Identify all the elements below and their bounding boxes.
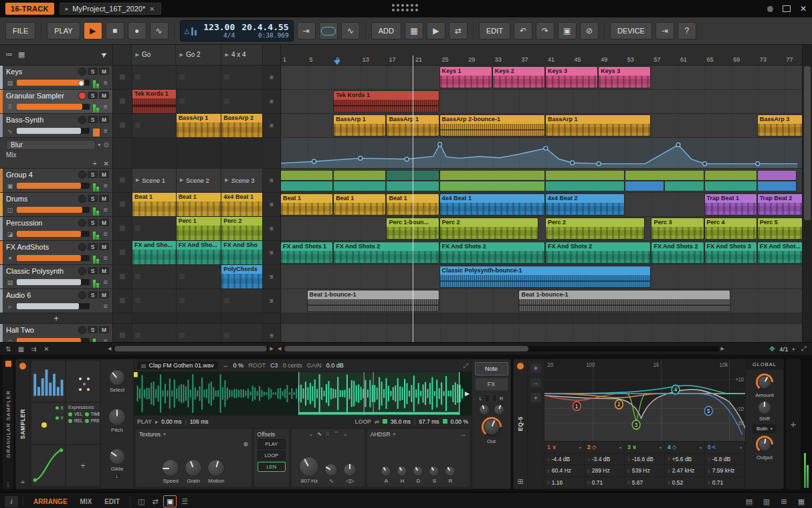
launcher-scrollbar[interactable]: ◀ ▶ <box>108 346 274 351</box>
inspector-panel-icon[interactable]: ▥ <box>760 496 773 507</box>
empty-slot-button[interactable] <box>135 226 140 231</box>
record-button[interactable]: ● <box>128 22 146 39</box>
eq-band-handle[interactable]: 2 <box>615 400 623 408</box>
arranger-clip[interactable]: Keys 2 <box>493 67 544 88</box>
launcher-scroll-thumb[interactable] <box>114 346 266 351</box>
group-mini-clip[interactable] <box>440 181 544 191</box>
edit-menu-button[interactable]: EDIT <box>479 22 510 39</box>
scene-header-3[interactable]: ▶4 x 4 <box>221 45 263 65</box>
clip-slot[interactable]: Perc 1 <box>177 217 222 240</box>
arranger-clip[interactable]: FX And Shots 2 <box>334 242 438 263</box>
volume-slider[interactable] <box>17 231 90 237</box>
clip-stop-button[interactable] <box>120 201 125 207</box>
eq-frequency-graph[interactable]: 12345201001k10k+10-10-20 <box>544 359 745 441</box>
speed-knob-dial[interactable] <box>162 459 179 477</box>
sample-waveform[interactable]: ▶ <box>134 372 472 415</box>
note-fx-slot[interactable]: Note <box>475 362 508 375</box>
envelope-route-icon[interactable]: → <box>460 431 466 438</box>
clip-stop-button[interactable] <box>120 274 125 279</box>
empty-slot-button[interactable] <box>224 98 229 104</box>
browser-panel-icon[interactable]: ▤ <box>743 496 755 507</box>
filter-spread-knob[interactable]: ◁▷ <box>343 463 357 484</box>
empty-slot-button[interactable] <box>135 298 140 303</box>
tempo-display[interactable]: 123.00 <box>203 23 235 32</box>
restore-window-icon[interactable] <box>783 5 791 12</box>
arranger-clip[interactable]: FX And Shots 3 <box>705 242 756 263</box>
stop-button[interactable]: ■ <box>106 22 124 39</box>
delete-icon[interactable]: ⊘ <box>580 22 599 39</box>
device-chain-strip[interactable]: GRANULAR SAMPLER ⣿ <box>3 359 13 489</box>
clip-slot[interactable]: Beat 1 <box>177 193 222 216</box>
empty-slot-button[interactable] <box>224 298 229 303</box>
track-header[interactable]: KeysSM▤≡ <box>0 66 112 90</box>
edit-layout-button[interactable]: EDIT <box>99 496 125 507</box>
solo-button[interactable]: S <box>88 171 98 178</box>
eq-band-handle[interactable]: 5 <box>704 406 712 415</box>
clip-stop-button[interactable] <box>120 298 125 303</box>
clip-slot[interactable] <box>177 90 222 113</box>
mute-button[interactable]: M <box>99 243 109 250</box>
filter-res-dial[interactable] <box>324 463 338 477</box>
track-menu-icon[interactable]: ≡ <box>102 206 109 214</box>
volume-slider[interactable] <box>17 255 90 261</box>
textures-caret-icon[interactable]: ▾ <box>163 432 166 437</box>
eq-band-handle[interactable]: 1 <box>573 402 581 410</box>
track-header[interactable]: Granular SamplerSM⠿≡ <box>0 90 112 114</box>
arranger-clip[interactable]: Beat 1-bounce-1 <box>308 290 439 311</box>
timeline-ruler[interactable]: 1591317212529333741454953576165697377 <box>281 45 802 66</box>
track-row-menu-icon[interactable]: ≡ <box>270 249 274 256</box>
eq-freq-value[interactable]: ↕539 Hz <box>625 465 665 477</box>
clip-stop-button[interactable] <box>120 98 125 104</box>
group-mini-clip[interactable] <box>625 171 704 180</box>
arranger-clip[interactable]: FX And Shots 2 <box>440 242 544 263</box>
fit-view-icon[interactable]: ⤢ <box>799 345 809 353</box>
group-mini-clip[interactable] <box>440 171 544 180</box>
volume-slider[interactable] <box>17 80 90 86</box>
scene-header-1[interactable]: ▶Go <box>132 45 176 65</box>
clip-slot[interactable] <box>177 313 222 323</box>
eq-band-select[interactable]: 4 ◇▾ <box>665 442 705 453</box>
speed-knob[interactable]: Speed <box>162 459 179 484</box>
clip-slot[interactable] <box>177 66 222 89</box>
arranger-clip[interactable]: Perc 2 <box>440 218 538 239</box>
arranger-clip[interactable]: Beat 1 <box>334 194 385 215</box>
eq-band-handle[interactable]: 4 <box>672 385 680 394</box>
solo-button[interactable]: S <box>88 326 98 333</box>
gain-value[interactable]: 0.0 dB <box>326 362 344 369</box>
track-header[interactable]: Hall TwoSM◇≡ <box>0 324 112 342</box>
group-mini-clip[interactable] <box>546 181 624 191</box>
eq-band-select[interactable]: 3 ∨▾ <box>625 442 665 453</box>
filter-freq-knob[interactable]: 807 Hz <box>299 456 319 484</box>
track-row-menu-icon[interactable]: ≡ <box>270 297 274 305</box>
volume-slider[interactable] <box>17 338 90 342</box>
arranger-clip[interactable]: Beat 1 <box>281 194 332 215</box>
loop-start-value[interactable]: 36.0 ms <box>391 418 411 425</box>
group-mini-clip[interactable] <box>705 171 756 180</box>
arranger-clip[interactable]: Keys 1 <box>440 67 492 88</box>
arranger[interactable]: 1591317212529333741454953576165697377 Ke… <box>281 45 802 342</box>
arranger-scrollbar[interactable]: ◀ ▶ <box>278 346 724 351</box>
eq5-expand-button[interactable]: ⊞ <box>517 477 523 486</box>
mute-button[interactable]: M <box>99 195 109 202</box>
solo-button[interactable]: S <box>88 219 98 226</box>
mute-button[interactable]: M <box>99 267 109 274</box>
steps-modulator[interactable] <box>31 361 65 402</box>
file-menu-button[interactable]: FILE <box>5 22 35 39</box>
loop-mode-icon[interactable]: ⇄ <box>375 418 379 425</box>
add-modulator-slot[interactable]: + <box>66 445 100 486</box>
envelope-caret-icon[interactable]: ▾ <box>393 432 396 437</box>
out-knob[interactable]: Out <box>482 417 502 444</box>
freeze-icon[interactable]: ❆ <box>243 441 249 448</box>
punch-in-icon[interactable]: ⇥ <box>297 22 316 39</box>
scroll-right-icon[interactable]: ▶ <box>721 346 724 351</box>
track-row-menu-icon[interactable]: ≡ <box>270 201 274 208</box>
arranger-clip[interactable]: FX And Shots 2 <box>651 242 703 263</box>
eq-gain-value[interactable]: ↓-6.8 dB <box>705 454 745 465</box>
eq5-route-icon[interactable]: → <box>530 378 541 388</box>
add-automation-lane-button[interactable]: + <box>93 160 97 167</box>
arranger-clip[interactable]: BassArp 1 <box>334 115 385 136</box>
empty-slot-button[interactable] <box>179 333 185 338</box>
group-mini-clip[interactable] <box>334 181 385 191</box>
record-arm-button[interactable] <box>78 243 86 251</box>
clip-slot[interactable] <box>221 289 263 313</box>
